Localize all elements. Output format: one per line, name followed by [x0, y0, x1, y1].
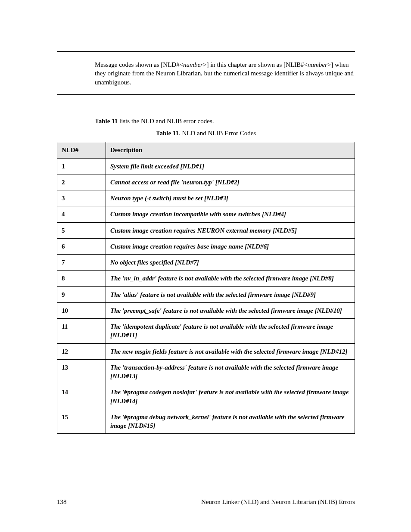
nld-code: 2	[57, 174, 106, 190]
table-row: 9The 'alias' feature is not available wi…	[57, 286, 355, 302]
table-row: 8The 'nv_in_addr' feature is not availab…	[57, 271, 355, 286]
table-row: 5Custom image creation requires NEURON e…	[57, 222, 355, 238]
table-row: 10The 'preempt_safe' feature is not avai…	[57, 302, 355, 318]
nld-code: 12	[57, 343, 106, 359]
footer-title: Neuron Linker (NLD) and Neuron Librarian…	[201, 498, 355, 506]
caption-rest: . NLD and NLIB Error Codes	[179, 130, 256, 137]
nld-code: 14	[57, 384, 106, 409]
table-row: 3Neuron type (-t switch) must be set [NL…	[57, 190, 355, 206]
caption-bold: Table 11	[156, 130, 179, 137]
note-block: Message codes shown as [NLD#<number>] in…	[57, 51, 355, 95]
nld-code: 15	[57, 409, 106, 434]
header-nld: NLD#	[57, 142, 106, 158]
page-number: 138	[57, 498, 67, 506]
nld-code: 11	[57, 319, 106, 344]
nld-code: 8	[57, 271, 106, 286]
nld-description: Custom image creation requires base imag…	[106, 238, 355, 254]
nld-description: The 'nv_in_addr' feature is not availabl…	[106, 271, 355, 286]
nld-description: The new msgin fields feature is not avai…	[106, 343, 355, 359]
nld-code: 9	[57, 286, 106, 302]
table-row: 2Cannot access or read file 'neuron.typ'…	[57, 174, 355, 190]
table-row: 15The '#pragma debug network_kernel' fea…	[57, 409, 355, 434]
header-description: Description	[106, 142, 355, 158]
nld-description: The 'alias' feature is not available wit…	[106, 286, 355, 302]
error-codes-table: NLD# Description 1System file limit exce…	[57, 142, 355, 434]
nld-description: System file limit exceeded [NLD#1]	[106, 158, 355, 174]
note-number-1: number	[183, 61, 203, 68]
nld-description: Cannot access or read file 'neuron.typ' …	[106, 174, 355, 190]
nld-description: The 'transaction-by-address' feature is …	[106, 359, 355, 384]
intro-rest: lists the NLD and NLIB error codes.	[118, 118, 214, 124]
note-number-2: number	[308, 61, 327, 68]
table-row: 12The new msgin fields feature is not av…	[57, 343, 355, 359]
nld-description: Neuron type (-t switch) must be set [NLD…	[106, 190, 355, 206]
intro-table-ref: Table 11	[95, 118, 118, 124]
note-text-1: Message codes shown as [NLD#<	[95, 61, 183, 68]
nld-description: Custom image creation incompatible with …	[106, 206, 355, 222]
nld-description: The 'preempt_safe' feature is not availa…	[106, 302, 355, 318]
note-text-2: >] in this chapter are shown as [NLIB#<	[203, 61, 308, 68]
table-row: 6Custom image creation requires base ima…	[57, 238, 355, 254]
nld-code: 3	[57, 190, 106, 206]
table-row: 13The 'transaction-by-address' feature i…	[57, 359, 355, 384]
nld-description: No object files specified [NLD#7]	[106, 255, 355, 271]
table-row: 4Custom image creation incompatible with…	[57, 206, 355, 222]
nld-code: 7	[57, 255, 106, 271]
page-footer: 138 Neuron Linker (NLD) and Neuron Libra…	[57, 472, 355, 506]
nld-description: The 'idempotent duplicate' feature is no…	[106, 319, 355, 344]
table-caption: Table 11. NLD and NLIB Error Codes	[57, 129, 355, 137]
table-row: 1System file limit exceeded [NLD#1]	[57, 158, 355, 174]
nld-code: 4	[57, 206, 106, 222]
intro-line: Table 11 lists the NLD and NLIB error co…	[57, 117, 355, 125]
table-row: 14The '#pragma codegen nosiofar' feature…	[57, 384, 355, 409]
table-header-row: NLD# Description	[57, 142, 355, 158]
nld-code: 1	[57, 158, 106, 174]
table-row: 7No object files specified [NLD#7]	[57, 255, 355, 271]
nld-description: The '#pragma codegen nosiofar' feature i…	[106, 384, 355, 409]
nld-code: 10	[57, 302, 106, 318]
nld-code: 5	[57, 222, 106, 238]
document-page: Message codes shown as [NLD#<number>] in…	[0, 0, 411, 532]
table-row: 11The 'idempotent duplicate' feature is …	[57, 319, 355, 344]
nld-code: 13	[57, 359, 106, 384]
nld-description: Custom image creation requires NEURON ex…	[106, 222, 355, 238]
nld-description: The '#pragma debug network_kernel' featu…	[106, 409, 355, 434]
nld-code: 6	[57, 238, 106, 254]
